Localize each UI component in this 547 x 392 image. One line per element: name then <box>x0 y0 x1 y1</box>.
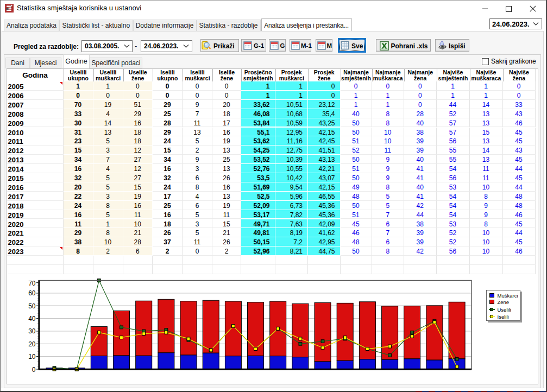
svg-text:20: 20 <box>28 340 36 348</box>
svg-text:40: 40 <box>28 315 36 323</box>
svg-text:50: 50 <box>28 302 36 310</box>
svg-text:60: 60 <box>28 289 36 297</box>
svg-text:0: 0 <box>32 366 36 374</box>
svg-text:30: 30 <box>28 327 36 335</box>
svg-text:70: 70 <box>28 280 36 287</box>
svg-text:10: 10 <box>28 353 36 361</box>
